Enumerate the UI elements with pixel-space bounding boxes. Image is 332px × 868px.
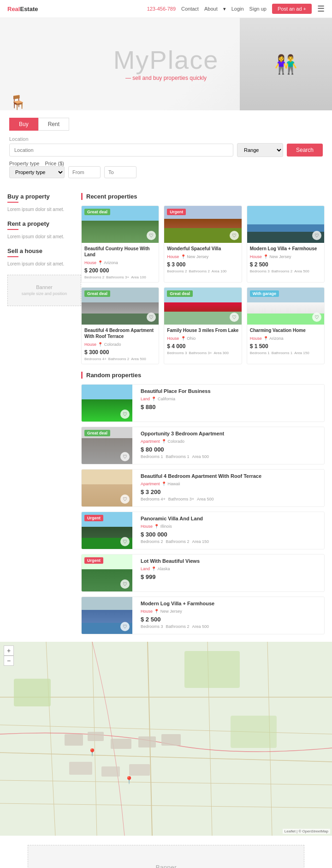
property-type[interactable]: House: [84, 342, 96, 347]
tab-buy[interactable]: Buy: [9, 118, 38, 131]
recent-property-card: Urgent ♡ Wonderful Spaceful Villa House …: [164, 205, 242, 283]
svg-rect-12: [184, 651, 240, 688]
random-meta-item: Bathrooms 2: [166, 539, 190, 544]
random-meta-item: Bedrooms 2: [141, 539, 163, 544]
buy-desc: Lorem ipsum dolor sit amet.: [7, 206, 81, 213]
random-property-name: Beautiful 4 Bedroom Apartment With Roof …: [141, 473, 320, 479]
random-property-price: $ 999: [141, 573, 320, 580]
random-property-name: Modern Log Villa + Farmhouse: [141, 601, 320, 606]
favorite-button[interactable]: ♡: [312, 313, 321, 322]
property-area: Area 100: [131, 275, 146, 279]
property-meta: Bedrooms 4+ Bathrooms 2 Area 500: [84, 357, 156, 361]
random-favorite-button[interactable]: ♡: [120, 410, 130, 419]
favorite-button[interactable]: ♡: [230, 231, 239, 240]
banner-sub: sample size and position: [22, 291, 67, 296]
random-favorite-button[interactable]: ♡: [120, 579, 130, 589]
random-favorite-button[interactable]: ♡: [120, 494, 130, 504]
property-bathrooms: Bathrooms 2: [189, 269, 209, 273]
property-type[interactable]: House: [250, 336, 262, 341]
random-property-location: 📍 Illinois: [154, 524, 172, 529]
property-type[interactable]: House: [84, 260, 96, 265]
random-property-type[interactable]: House: [141, 609, 153, 614]
property-type[interactable]: House: [250, 254, 262, 259]
contact-link[interactable]: Contact: [181, 6, 199, 12]
property-image: With garage ♡: [247, 288, 324, 325]
random-meta-item: Bedrooms 4+: [141, 497, 166, 501]
hero-title: MyPlace: [113, 47, 219, 73]
favorite-button[interactable]: ♡: [147, 313, 156, 322]
property-image: ♡: [247, 206, 324, 243]
recent-title: Recent properties: [81, 193, 325, 200]
random-type-location: House 📍 New Jersey: [141, 608, 320, 614]
random-meta-item: Area 500: [197, 497, 214, 501]
property-location: 📍 New Jersey: [181, 254, 209, 259]
property-image: Great deal ♡: [82, 206, 159, 243]
range-select[interactable]: Range: [237, 143, 283, 157]
random-meta-item: Bedrooms 3: [141, 624, 163, 629]
map-pin-2[interactable]: 📍: [125, 776, 134, 784]
random-property-type[interactable]: Land: [141, 397, 150, 401]
property-type[interactable]: House: [167, 336, 179, 341]
svg-rect-14: [65, 734, 83, 746]
random-favorite-button[interactable]: ♡: [120, 622, 130, 631]
favorite-button[interactable]: ♡: [230, 313, 239, 322]
search-button[interactable]: Search: [287, 144, 323, 157]
random-meta-item: Area 500: [192, 624, 209, 629]
map-pin-1[interactable]: 📍: [88, 748, 97, 757]
property-type-select[interactable]: Property type: [9, 166, 65, 178]
random-properties-list: ♡ Beautiful Place For Business Land 📍 Ca…: [81, 384, 325, 634]
price-from-input[interactable]: [68, 166, 101, 178]
svg-rect-11: [14, 679, 51, 706]
random-meta-item: Bathrooms 2: [166, 624, 190, 629]
property-bathrooms: Bathrooms 3+: [189, 351, 212, 355]
random-property-type[interactable]: House: [141, 524, 153, 529]
zoom-out-button[interactable]: −: [4, 656, 14, 666]
phone-number: 123-456-789: [147, 6, 176, 12]
filter-row: Property type Price ($): [9, 161, 323, 166]
property-badge: With garage: [250, 290, 279, 297]
random-property-image: Urgent ♡: [82, 512, 132, 549]
random-property-type[interactable]: Apartment: [141, 439, 160, 444]
signup-link[interactable]: Sign up: [249, 6, 267, 12]
property-name: Beautiful Country House With Land: [84, 246, 156, 258]
svg-rect-15: [88, 732, 104, 741]
post-ad-button[interactable]: Post an ad +: [272, 4, 312, 14]
random-property-location: 📍 Alaska: [151, 567, 170, 571]
random-property-price: $ 3 200: [141, 488, 320, 495]
random-property-meta: Bedrooms 1Bathrooms 1Area 500: [141, 454, 320, 459]
tab-rent[interactable]: Rent: [38, 118, 69, 131]
random-property-body: Panoramic Villa And Land House 📍 Illinoi…: [137, 512, 324, 549]
location-input[interactable]: [9, 144, 233, 157]
property-body: Beautiful 4 Bedroom Apartment With Roof …: [82, 325, 159, 364]
sidebar-buy-card: Buy a property Lorem ipsum dolor sit ame…: [7, 193, 81, 213]
random-property-type[interactable]: Apartment: [141, 482, 160, 486]
random-property-price: $ 80 000: [141, 446, 320, 453]
price-to-input[interactable]: [104, 166, 136, 178]
random-property-badge: Urgent: [84, 515, 103, 521]
favorite-button[interactable]: ♡: [147, 231, 156, 240]
property-price: $ 2 500: [250, 261, 321, 268]
property-bedrooms: Bedrooms 1: [250, 351, 270, 355]
hamburger-icon[interactable]: ☰: [317, 4, 325, 14]
login-link[interactable]: Login: [231, 6, 244, 12]
property-type-location: House 📍 Colorado: [84, 341, 156, 347]
favorite-button[interactable]: ♡: [312, 231, 321, 240]
random-property-card: ♡ Modern Log Villa + Farmhouse House 📍 N…: [81, 597, 325, 634]
property-type-label: Property type: [9, 161, 39, 166]
hero-content: MyPlace — sell and buy properties quickl…: [104, 38, 228, 90]
random-property-meta: Bedrooms 4+Bathrooms 3+Area 500: [141, 497, 320, 501]
recent-section: Recent properties Great deal ♡ Beautiful…: [81, 193, 325, 364]
random-property-image: ♡: [82, 597, 132, 634]
random-favorite-button[interactable]: ♡: [120, 452, 130, 461]
zoom-in-button[interactable]: +: [4, 645, 14, 656]
random-property-card: ♡ Beautiful 4 Bedroom Apartment With Roo…: [81, 469, 325, 507]
filter-inputs: Property type: [9, 166, 323, 178]
random-favorite-button[interactable]: ♡: [120, 537, 130, 546]
random-property-location: 📍 California: [151, 397, 175, 401]
about-link[interactable]: About: [204, 6, 218, 12]
property-type[interactable]: House: [167, 254, 179, 259]
property-body: Beautiful Country House With Land House …: [82, 243, 159, 282]
random-property-price: $ 2 500: [141, 616, 320, 623]
random-property-type[interactable]: Land: [141, 567, 150, 571]
random-property-location: 📍 Colorado: [161, 439, 184, 444]
